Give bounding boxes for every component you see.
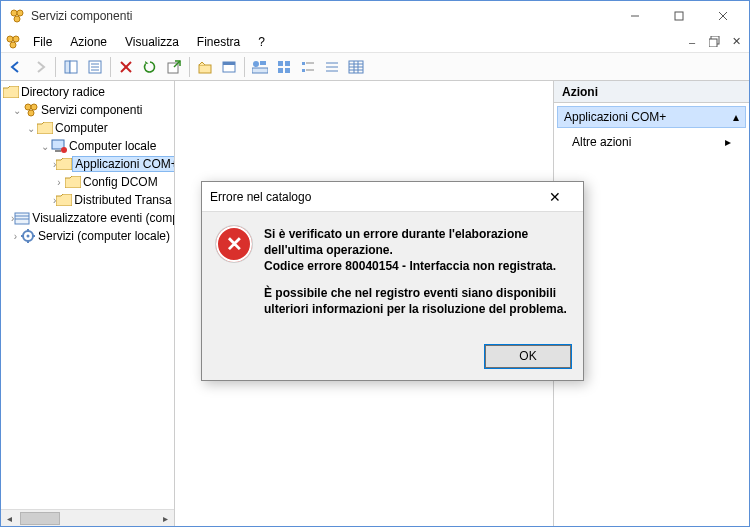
ok-button-label: OK xyxy=(519,349,536,363)
error-dialog: Errore nel catalogo ✕ ✕ Si è verificato … xyxy=(201,181,584,381)
dialog-line1b: Codice errore 80040154 - Interfaccia non… xyxy=(264,259,556,273)
error-icon: ✕ xyxy=(216,226,252,262)
dialog-title: Errore nel catalogo xyxy=(210,190,535,204)
dialog-line2: È possibile che nel registro eventi sian… xyxy=(264,285,569,317)
dialog-close-button[interactable]: ✕ xyxy=(535,183,575,211)
modal-overlay: Errore nel catalogo ✕ ✕ Si è verificato … xyxy=(1,1,749,526)
dialog-line1a: Si è verificato un errore durante l'elab… xyxy=(264,227,528,257)
ok-button[interactable]: OK xyxy=(485,345,571,368)
dialog-message: Si è verificato un errore durante l'elab… xyxy=(264,226,569,327)
dialog-titlebar: Errore nel catalogo ✕ xyxy=(202,182,583,212)
